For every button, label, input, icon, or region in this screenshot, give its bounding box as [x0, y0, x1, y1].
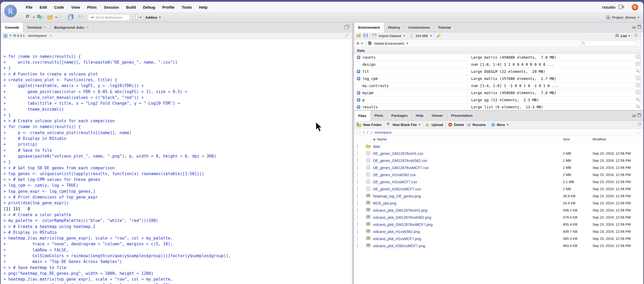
file-row[interactable]: DE_genes_K562vsMCF7.csv 2 MB Sep 23, 202… [354, 185, 643, 192]
language-selector[interactable]: R [357, 42, 359, 45]
tab-background-jobs[interactable]: Background Jobs✕ [50, 23, 93, 32]
menu-item[interactable]: Tools [182, 5, 192, 9]
menu-item[interactable]: Profile [162, 5, 175, 9]
view-table-icon[interactable] [636, 62, 640, 67]
environment-dropdown[interactable] [406, 43, 408, 44]
column-header-modified[interactable]: Modified [593, 137, 606, 141]
load-workspace-icon[interactable] [356, 33, 361, 38]
file-checkbox[interactable] [357, 215, 358, 220]
file-name-link[interactable]: volcano_plot_GM12878vsMCF7.png [373, 222, 433, 227]
tab-connections[interactable]: Connections [404, 23, 434, 32]
tab-terminal[interactable]: Terminal✕ [23, 23, 50, 32]
environment-object-row[interactable]: p Large gg (11 elements, 2.3 MB) [354, 97, 643, 104]
list-view-button[interactable]: List [621, 34, 627, 38]
inspect-object-icon[interactable] [636, 69, 640, 74]
new-project-icon[interactable]: R [37, 14, 43, 21]
file-name-link[interactable]: heatmap_top_DE_genes.png [373, 194, 421, 198]
file-checkbox[interactable] [357, 172, 358, 177]
panes-dropdown[interactable] [139, 17, 142, 18]
file-checkbox[interactable] [357, 243, 358, 248]
environment-scrollbar[interactable] [640, 32, 643, 110]
tab-console[interactable]: Console [1, 23, 23, 32]
expand-arrow-icon[interactable] [357, 105, 360, 109]
view-table-icon[interactable] [636, 90, 640, 95]
addins-menu[interactable]: Addins [145, 16, 161, 19]
rename-button[interactable]: a Rename [466, 123, 486, 127]
quit-session-button[interactable] [631, 4, 638, 11]
tab-plots[interactable]: Plots [371, 111, 387, 120]
environment-object-row[interactable]: fit Large DGEGLM (22 elements, 20 MB) [354, 68, 643, 75]
print-icon[interactable] [78, 14, 83, 21]
menu-item[interactable]: Plots [87, 5, 97, 9]
file-name-link[interactable]: volcano_plot_GM12878vsH1.png [373, 208, 427, 212]
refresh-icon[interactable] [634, 33, 638, 38]
file-name-link[interactable]: volcano_plot_GM12878vsK562.png [373, 215, 431, 220]
pin-icon[interactable] [49, 34, 52, 37]
tab-files[interactable]: Files [354, 111, 371, 121]
column-header-name[interactable]: Name [373, 137, 387, 141]
file-row[interactable]: volcano_plot_H1vsK562.png 439.7 KB Sep 2… [354, 228, 643, 235]
tab-presentation[interactable]: Presentation [447, 111, 477, 120]
file-name-link[interactable]: DE_genes_H1vsK562.csv [373, 173, 416, 177]
expand-arrow-icon[interactable] [357, 77, 360, 80]
new-file-icon[interactable] [26, 14, 31, 21]
more-button[interactable]: More [491, 123, 509, 127]
environment-object-row[interactable]: my.contrasts num [1:4, 1:6] 1 -1 0 0 1 0… [354, 82, 643, 89]
file-row[interactable]: volcano_plot_GM12878vsK562.png 479.4 KB … [354, 214, 643, 221]
file-checkbox[interactable] [357, 144, 358, 149]
tab-environment[interactable]: Environment [354, 23, 384, 32]
new-folder-button[interactable]: New Folder [356, 123, 382, 127]
maximize-pane-icon[interactable] [637, 113, 641, 118]
file-checkbox[interactable] [357, 194, 358, 199]
expand-arrow-icon[interactable] [357, 98, 360, 102]
file-checkbox[interactable] [357, 208, 358, 213]
file-name-link[interactable]: DE_genes_GM12878vsH1.csv [373, 151, 423, 156]
sign-out-icon[interactable] [619, 4, 625, 10]
memory-dropdown[interactable] [430, 35, 432, 37]
file-name-link[interactable]: DE_genes_H1vsMCF7.csv [373, 180, 417, 184]
menu-item[interactable]: Help [199, 5, 208, 9]
file-name-link[interactable]: volcano_plot_H1vsK562.png [373, 230, 420, 234]
view-table-icon[interactable] [636, 83, 640, 88]
file-checkbox[interactable] [357, 186, 358, 191]
file-row[interactable]: DE_genes_GM12878vsH1.csv 2 MB Sep 23, 20… [354, 150, 643, 157]
file-name-link[interactable]: volcano_plot_H1vsMCF7.png [373, 237, 421, 241]
open-file-icon[interactable] [47, 14, 53, 21]
close-icon[interactable]: ✕ [86, 26, 89, 29]
file-name-link[interactable]: DE_genes_K562vsMCF7.csv [373, 187, 421, 191]
file-row[interactable]: volcano_plot_K562vsMCF7.png 463.4 KB Sep… [354, 242, 643, 249]
menu-item[interactable]: Code [54, 5, 64, 9]
tab-tutorial[interactable]: Tutorial [434, 23, 455, 32]
environment-search-box[interactable] [580, 41, 637, 46]
file-checkbox[interactable] [357, 158, 358, 163]
breadcrumb-root[interactable]: / [367, 130, 368, 134]
inspect-object-icon[interactable] [636, 97, 640, 103]
expand-arrow-icon[interactable] [357, 55, 360, 59]
environment-object-row[interactable]: counts Large matrix (458680 elements, 7.… [354, 54, 643, 61]
clear-console-icon[interactable] [345, 33, 349, 38]
file-checkbox[interactable] [357, 151, 358, 156]
environment-selector[interactable]: Global Environment [374, 42, 404, 45]
project-label[interactable]: Project: (None) [612, 16, 636, 19]
save-workspace-icon[interactable] [363, 33, 368, 38]
menu-item[interactable]: File [26, 5, 33, 9]
file-row[interactable]: MDS_plot.png 16.4 KB Sep 23, 2024, 12:56… [354, 200, 643, 207]
file-name-link[interactable]: DE_genes_GM12878vsK562.csv [373, 159, 427, 163]
file-name-link[interactable]: volcano_plot_K562vsMCF7.png [373, 244, 425, 248]
column-header-size[interactable]: Size [563, 137, 570, 141]
language-dropdown[interactable] [361, 43, 363, 44]
new-blank-file-button[interactable]: New Blank File [387, 122, 420, 127]
tab-packages[interactable]: Packages [387, 111, 412, 120]
file-checkbox[interactable] [357, 201, 358, 206]
menu-item[interactable]: Session [104, 5, 119, 9]
console-output-area[interactable]: > for (name in names(results)) {+ write.… [1, 39, 352, 284]
breadcrumb-workspace[interactable]: workspace [375, 130, 392, 134]
file-name-link[interactable]: DE_genes_GM12878vsMCF7.csv [373, 166, 429, 170]
expand-arrow-icon[interactable] [357, 70, 360, 73]
workspace-panes-icon[interactable] [133, 14, 138, 21]
file-checkbox[interactable] [357, 236, 358, 241]
file-checkbox[interactable] [357, 165, 358, 170]
expand-arrow-icon[interactable] [357, 91, 360, 95]
memory-usage-label[interactable]: 334 MiB [415, 34, 428, 38]
menu-item[interactable]: Edit [40, 5, 47, 9]
